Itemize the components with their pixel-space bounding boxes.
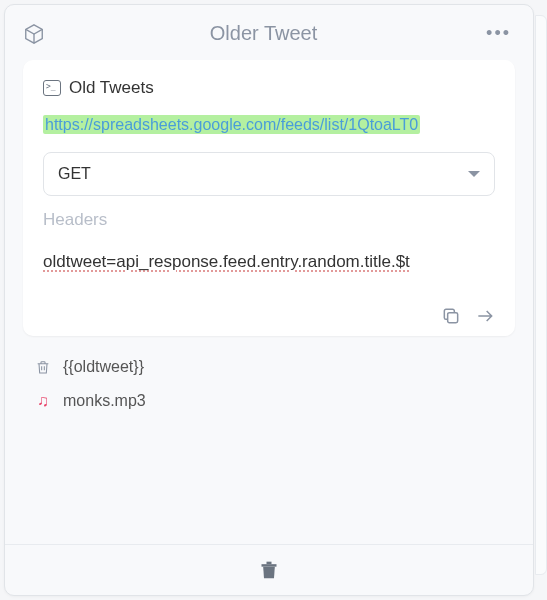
card-actions bbox=[43, 302, 495, 326]
adjacent-panel-edge bbox=[535, 15, 547, 575]
svg-rect-0 bbox=[448, 313, 458, 323]
panel-footer bbox=[5, 544, 533, 595]
http-method-value: GET bbox=[58, 165, 91, 183]
cube-icon bbox=[23, 23, 45, 45]
url-input[interactable]: https://spreadsheets.google.com/feeds/li… bbox=[43, 112, 495, 138]
terminal-icon bbox=[43, 80, 61, 96]
copy-icon[interactable] bbox=[441, 306, 461, 326]
http-request-card: Old Tweets https://spreadsheets.google.c… bbox=[23, 60, 515, 336]
url-text: https://spreadsheets.google.com/feeds/li… bbox=[43, 115, 420, 134]
music-icon: ♫ bbox=[35, 392, 51, 410]
response-expression[interactable]: oldtweet=api_response.feed.entry.random.… bbox=[43, 252, 495, 272]
variable-name: {{oldtweet}} bbox=[63, 358, 144, 376]
http-method-select[interactable]: GET bbox=[43, 152, 495, 196]
audio-filename: monks.mp3 bbox=[63, 392, 146, 410]
headers-input[interactable]: Headers bbox=[43, 210, 495, 230]
action-panel: Older Tweet ••• Old Tweets https://sprea… bbox=[4, 4, 534, 596]
panel-title: Older Tweet bbox=[210, 22, 317, 45]
delete-button[interactable] bbox=[259, 559, 279, 581]
variable-row[interactable]: {{oldtweet}} bbox=[5, 350, 533, 384]
more-menu-button[interactable]: ••• bbox=[482, 19, 515, 48]
chevron-down-icon bbox=[468, 171, 480, 177]
arrow-right-icon[interactable] bbox=[475, 306, 495, 326]
trash-icon bbox=[35, 358, 51, 376]
card-title: Old Tweets bbox=[69, 78, 154, 98]
panel-header: Older Tweet ••• bbox=[5, 5, 533, 60]
audio-row[interactable]: ♫ monks.mp3 bbox=[5, 384, 533, 418]
card-header: Old Tweets bbox=[43, 78, 495, 98]
